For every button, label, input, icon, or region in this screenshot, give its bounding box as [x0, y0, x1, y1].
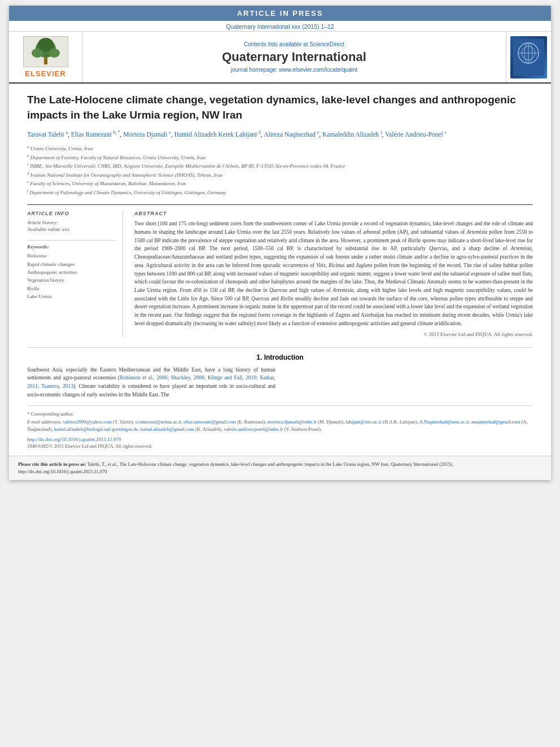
sciencedirect-link[interactable]: ScienceDirect — [309, 41, 344, 47]
journal-title: Quaternary International — [222, 50, 366, 64]
journal-thumb-image — [510, 36, 547, 78]
journal-info-row: ELSEVIER Contents lists available at Sci… — [9, 31, 551, 82]
journal-header: Quaternary International xxx (2015) 1–12… — [9, 21, 551, 84]
email-djamali[interactable]: morteza.djamali@imbe.fr — [268, 419, 317, 425]
introduction-section: 1. Introduction Southwest Asia, especial… — [27, 347, 533, 399]
journal-homepage-url[interactable]: www.elsevier.com/locate/quaint — [279, 67, 357, 73]
footnote-section: * Corresponding author. E-mail addresses… — [27, 405, 533, 449]
affiliation-e: e Faculty of Sciences, University of Maz… — [27, 179, 533, 188]
article-info-abstract-section: ARTICLE INFO Article history: Available … — [27, 204, 533, 337]
copyright-text: © 2015 Elsevier Ltd and INQUA. All right… — [134, 331, 533, 337]
doi-link[interactable]: http://dx.doi.org/10.1016/j.quaint.2015.… — [27, 436, 533, 442]
email-alizadeh-1[interactable]: kamal.alizadeh@biologie.uni-goettingen.d… — [54, 426, 138, 432]
intro-two-col: Southwest Asia, especially the Eastern M… — [27, 366, 533, 399]
article-title: The Late-Holocene climate change, vegeta… — [27, 93, 533, 123]
keyword-holocene: Holocene — [27, 252, 116, 260]
article-history-label: Article history: — [27, 220, 116, 225]
intro-ref-1[interactable]: Robinson et al., 2006; Shackley, 2006; K… — [27, 375, 275, 389]
keyword-riella: Riella — [27, 285, 116, 292]
affiliation-d: d Iranian National Institute for Oceanog… — [27, 171, 533, 180]
email-andrieu[interactable]: valerie.andrieu-ponel@imbe.fr — [224, 426, 283, 432]
keywords-list: Holocene Rapid climatic changes Anthropo… — [27, 252, 116, 300]
authors-line: Taravat Talebi a, Elias Ramezani b, *, M… — [27, 129, 533, 139]
email-talebi[interactable]: valinor2000@yahoo.com — [63, 419, 111, 425]
email-naqinezhad-2[interactable]: anaqinezhad@gmail.com — [471, 419, 520, 425]
email-addresses: E-mail addresses: valinor2000@yahoo.com … — [27, 418, 533, 433]
please-cite-label: Please cite this article in press as: — [18, 461, 86, 467]
journal-name-area: Contents lists available at ScienceDirec… — [82, 32, 506, 82]
keywords-label: Keywords: — [27, 244, 116, 250]
bottom-citation-bar: Please cite this article in press as: Ta… — [9, 456, 551, 480]
affiliation-b: b Department of Forestry, Faculty of Nat… — [27, 153, 533, 162]
intro-col-2 — [285, 366, 533, 399]
svg-point-5 — [38, 38, 54, 51]
affiliation-c: c IMBE, Aix-Marseille Université, CNRS, … — [27, 161, 533, 171]
journal-homepage: journal homepage: www.elsevier.com/locat… — [231, 67, 358, 73]
banner-text: ARTICLE IN PRESS — [237, 9, 323, 18]
keyword-anthropogenic: Anthropogenic activities — [27, 268, 116, 276]
email-lahijani[interactable]: lahijani@inio.ac.ir — [345, 419, 382, 425]
article-info-col: ARTICLE INFO Article history: Available … — [27, 211, 123, 337]
elsevier-logo-text: ELSEVIER — [25, 69, 65, 78]
article-page: ARTICLE IN PRESS Quaternary Internationa… — [9, 6, 551, 480]
article-history-value: Available online xxx — [27, 226, 116, 232]
journal-thumb-area — [506, 32, 551, 82]
affiliation-a: a Urmia University, Urmia, Iran — [27, 144, 533, 153]
email-ramezani-2[interactable]: elias.ramezani@gmail.com — [183, 419, 236, 425]
abstract-col: ABSTRACT Two short (100 and 175 cm-long)… — [134, 211, 533, 337]
main-content: The Late-Holocene climate change, vegeta… — [9, 84, 551, 456]
journal-citation: Quaternary International xxx (2015) 1–12 — [9, 21, 551, 31]
author-6: Kamaleddin Alizadeh f — [322, 131, 382, 138]
email-alizadeh-2[interactable]: kamal.alizadeh@gmail.com — [141, 426, 194, 432]
author-5: Alireza Naqinezhad e — [264, 131, 319, 138]
contents-available: Contents lists available at ScienceDirec… — [244, 41, 344, 47]
intro-col-1: Southwest Asia, especially the Eastern M… — [27, 366, 275, 399]
article-in-press-banner: ARTICLE IN PRESS — [9, 6, 551, 21]
author-4: Hamid Alizadeh Ketek Lahijani d — [174, 131, 261, 138]
author-2: Elias Ramezani b, * — [71, 131, 120, 138]
elsevier-tree-icon — [23, 36, 68, 67]
abstract-text: Two short (100 and 175 cm-long) sediment… — [134, 220, 533, 327]
author-7: Valérie Andrieu-Ponel c — [385, 131, 447, 138]
email-naqinezhad-1[interactable]: A.Naqinezhad@umz.ac.ir — [419, 419, 469, 425]
corresponding-author-note: * Corresponding author. — [27, 410, 533, 418]
keyword-lake-urmia: Lake Urmia — [27, 292, 116, 300]
affiliation-f: f Department of Palynology and Climate D… — [27, 188, 533, 197]
keyword-vegetation: Vegetation history — [27, 276, 116, 284]
author-1: Taravat Talebi a — [27, 131, 68, 138]
issn-text: 1040-6182/© 2015 Elsevier Ltd and INQUA.… — [27, 443, 533, 449]
author-3: Morteza Djamali c — [123, 131, 171, 138]
email-ramezani-1[interactable]: e.ramezani@urmia.ac.ir — [135, 419, 181, 425]
abstract-label: ABSTRACT — [134, 211, 533, 216]
intro-section-title: 1. Introduction — [27, 353, 533, 361]
elsevier-logo-area: ELSEVIER — [9, 32, 82, 82]
article-info-label: ARTICLE INFO — [27, 211, 116, 216]
affiliations: a Urmia University, Urmia, Iran b Depart… — [27, 144, 533, 196]
keyword-rapid-climatic: Rapid climatic changes — [27, 260, 116, 268]
